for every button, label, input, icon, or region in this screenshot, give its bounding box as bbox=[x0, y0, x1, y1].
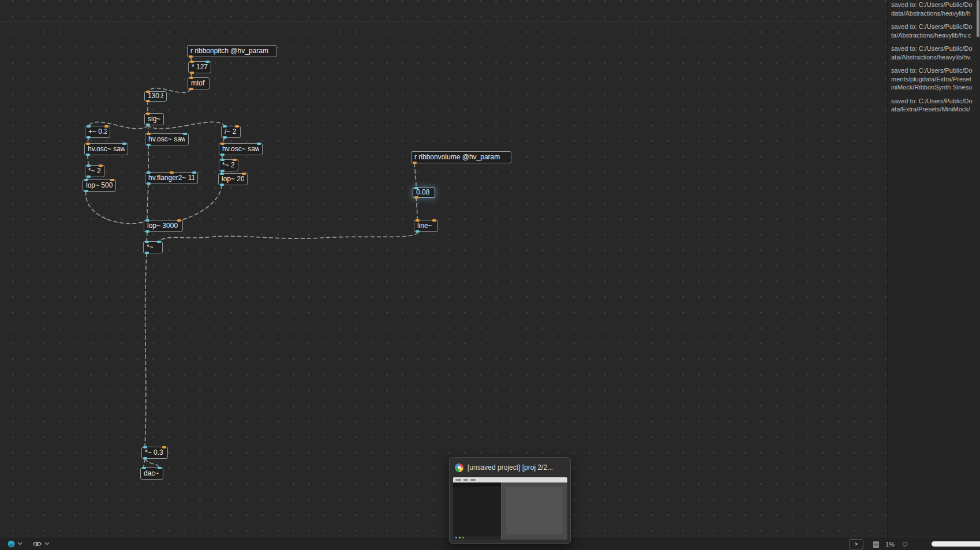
inlet-orange[interactable] bbox=[233, 159, 237, 161]
inlet-cyan[interactable] bbox=[87, 164, 91, 167]
object-plus-0-2[interactable]: +~ 0.2 bbox=[85, 126, 110, 138]
patch-cable[interactable] bbox=[159, 232, 417, 241]
outlet-cyan[interactable] bbox=[86, 154, 90, 156]
grid-icon[interactable]: ▦ bbox=[871, 539, 881, 548]
inlet-orange[interactable] bbox=[189, 77, 193, 79]
object-multiply-2-right[interactable]: *~ 2 bbox=[219, 159, 238, 171]
inlet-cyan[interactable] bbox=[414, 187, 418, 189]
inlet-orange[interactable] bbox=[416, 219, 420, 222]
presentation-toggle[interactable] bbox=[32, 540, 42, 548]
object-line-sig[interactable]: line~ bbox=[414, 220, 438, 232]
inlet-cyan[interactable] bbox=[122, 143, 126, 145]
inlet-orange[interactable] bbox=[110, 179, 114, 181]
inlet-cyan[interactable] bbox=[220, 173, 224, 175]
patch-cable[interactable] bbox=[414, 163, 416, 188]
patch-cable[interactable] bbox=[149, 185, 222, 223]
inlet-cyan[interactable] bbox=[142, 467, 146, 469]
patch-cable[interactable] bbox=[144, 459, 145, 467]
object-multiply-127[interactable]: * 127 bbox=[188, 61, 211, 73]
object-sig[interactable]: sig~ bbox=[144, 113, 164, 125]
inlet-cyan[interactable] bbox=[145, 241, 149, 243]
object-multiply-0-3[interactable]: *~ 0.3 bbox=[141, 447, 168, 459]
outlet-cyan[interactable] bbox=[220, 154, 225, 156]
outlet-orange[interactable] bbox=[190, 72, 194, 74]
outlet-cyan[interactable] bbox=[147, 182, 151, 185]
object-lop-20[interactable]: lop~ 20 bbox=[218, 173, 248, 185]
outlet-orange[interactable] bbox=[146, 100, 150, 102]
outlet-orange[interactable] bbox=[413, 162, 417, 164]
object-lop-500[interactable]: lop~ 500 bbox=[83, 179, 116, 192]
object-multiply-2-left[interactable]: *~ 2 bbox=[85, 165, 104, 177]
patch-cable[interactable] bbox=[416, 197, 417, 220]
object-mtof[interactable]: mtof bbox=[188, 77, 210, 89]
command-prompt-button[interactable]: > bbox=[849, 539, 863, 549]
object-multiply-sig[interactable]: *~ bbox=[143, 241, 163, 253]
inlet-orange[interactable] bbox=[235, 125, 239, 128]
inlet-cyan[interactable] bbox=[223, 125, 227, 128]
inlet-cyan[interactable] bbox=[183, 133, 187, 135]
object-osc-saw-right[interactable]: hv.osc~ saw bbox=[219, 143, 263, 155]
object-flanger[interactable]: hv.flanger2~ 11 bbox=[145, 172, 198, 184]
inlet-orange[interactable] bbox=[177, 219, 181, 222]
inlet-cyan[interactable] bbox=[205, 61, 210, 63]
inlet-orange[interactable] bbox=[86, 143, 90, 145]
inlet-cyan[interactable] bbox=[158, 467, 162, 469]
inlet-orange[interactable] bbox=[99, 164, 103, 167]
inlet-cyan[interactable] bbox=[220, 159, 225, 161]
object-receive-ribbonpitch[interactable]: r ribbonpitch @hv_param bbox=[187, 45, 276, 57]
patch-cable[interactable] bbox=[148, 125, 148, 133]
outlet-cyan[interactable] bbox=[147, 144, 151, 146]
inlet-cyan[interactable] bbox=[147, 171, 151, 174]
inlet-orange[interactable] bbox=[432, 219, 436, 222]
inlet-cyan[interactable] bbox=[145, 219, 149, 222]
inlet-orange[interactable] bbox=[242, 173, 246, 175]
inlet-orange[interactable] bbox=[147, 133, 151, 135]
outlet-cyan[interactable] bbox=[220, 184, 224, 186]
inlet-cyan[interactable] bbox=[87, 125, 91, 128]
object-divide-2[interactable]: /~ 2 bbox=[221, 126, 241, 138]
inlet-cyan[interactable] bbox=[143, 446, 147, 448]
object-receive-ribbonvolume[interactable]: r ribbonvolume @hv_param bbox=[411, 151, 511, 163]
outlet-orange[interactable] bbox=[414, 196, 418, 199]
overlay-mode-icon[interactable] bbox=[7, 540, 16, 548]
presentation-dropdown-chevron[interactable] bbox=[44, 542, 50, 545]
smiley-icon[interactable]: ☺ bbox=[900, 539, 910, 548]
outlet-cyan[interactable] bbox=[87, 136, 91, 139]
inlet-orange[interactable] bbox=[170, 171, 174, 174]
patch-cable[interactable] bbox=[86, 192, 147, 223]
patch-cable[interactable] bbox=[147, 184, 148, 220]
object-dac[interactable]: dac~ bbox=[140, 467, 163, 480]
outlet-cyan[interactable] bbox=[416, 230, 420, 233]
inlet-cyan[interactable] bbox=[84, 179, 88, 181]
object-osc-saw-left[interactable]: hv.osc~ saw bbox=[84, 143, 128, 155]
outlet-cyan[interactable] bbox=[146, 124, 150, 126]
patch-cable[interactable] bbox=[88, 155, 88, 165]
inlet-cyan[interactable] bbox=[157, 241, 161, 243]
outlet-cyan[interactable] bbox=[84, 190, 88, 192]
object-number-0-08[interactable]: 0.08 bbox=[413, 188, 435, 198]
inlet-orange[interactable] bbox=[162, 446, 166, 448]
inlet-orange[interactable] bbox=[190, 61, 194, 63]
inlet-cyan[interactable] bbox=[192, 171, 196, 174]
outlet-cyan[interactable] bbox=[220, 170, 225, 172]
outlet-cyan[interactable] bbox=[145, 252, 149, 254]
patch-canvas[interactable]: r ribbonpitch @hv_param* 127mtof130.81si… bbox=[0, 0, 887, 537]
patch-cable[interactable] bbox=[145, 459, 159, 467]
inlet-cyan[interactable] bbox=[257, 143, 261, 145]
outlet-cyan[interactable] bbox=[87, 175, 91, 178]
inlet-orange[interactable] bbox=[146, 113, 150, 115]
console-scrollbar[interactable] bbox=[977, 0, 979, 37]
patch-cable[interactable] bbox=[147, 232, 147, 241]
outlet-cyan[interactable] bbox=[223, 136, 227, 139]
outlet-cyan[interactable] bbox=[143, 457, 147, 459]
window-preview-popup[interactable]: [unsaved project] [proj 2/2... bbox=[449, 457, 571, 544]
outlet-orange[interactable] bbox=[189, 55, 193, 58]
horizontal-scrollbar-thumb[interactable] bbox=[932, 541, 980, 547]
inlet-orange[interactable] bbox=[104, 125, 109, 128]
object-lop-3000[interactable]: lop~ 3000 bbox=[144, 220, 183, 232]
object-number-130-81[interactable]: 130.81 bbox=[144, 91, 167, 102]
patch-cable[interactable] bbox=[145, 253, 147, 447]
inlet-orange[interactable] bbox=[146, 91, 150, 93]
object-osc-saw-mid[interactable]: hv.osc~ saw bbox=[145, 133, 189, 145]
overlay-dropdown-chevron[interactable] bbox=[17, 542, 23, 545]
